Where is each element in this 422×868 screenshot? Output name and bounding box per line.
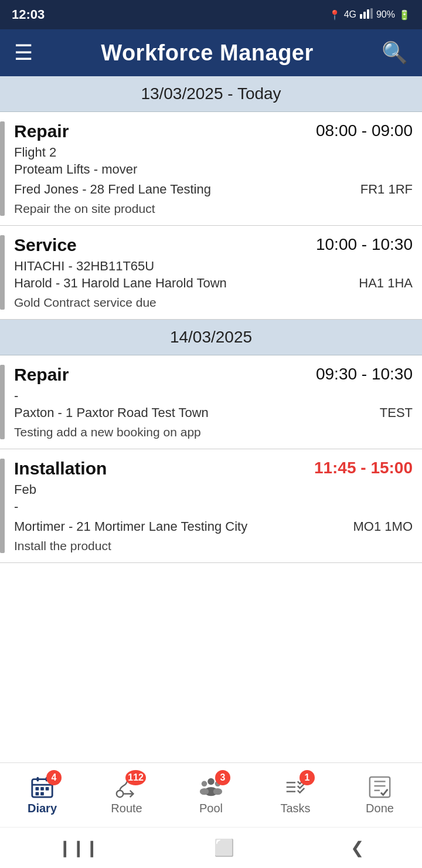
- job-bar: [0, 365, 5, 439]
- job-time: 10:00 - 10:30: [316, 235, 413, 254]
- job-header: Service 10:00 - 10:30: [14, 235, 413, 255]
- svg-rect-3: [370, 8, 373, 19]
- job-type: Repair: [14, 121, 69, 141]
- nav-item-pool[interactable]: 3 Pool: [169, 763, 253, 827]
- job-address: Paxton - 1 Paxtor Road Test Town: [14, 405, 373, 421]
- nav-label-done: Done: [366, 802, 394, 815]
- job-postcode: MO1 1MO: [353, 519, 413, 534]
- job-address: Harold - 31 Harold Lane Harold Town: [14, 276, 352, 291]
- job-card[interactable]: Installation 11:45 - 15:00 Feb - Mortime…: [0, 449, 422, 563]
- svg-rect-12: [40, 792, 44, 796]
- nav-badge-diary: 4: [46, 770, 62, 785]
- nav-badge-route: 112: [125, 770, 146, 785]
- job-postcode: FR1 1RF: [360, 182, 413, 197]
- job-address: Fred Jones - 28 Fred Lane Testing: [14, 182, 353, 197]
- status-time: 12:03: [12, 7, 45, 22]
- battery-label: 90%: [376, 9, 395, 20]
- bottom-nav: 4 Diary 112 Route 3: [0, 762, 422, 827]
- svg-rect-10: [46, 787, 49, 791]
- app-title: Workforce Manager: [101, 40, 314, 66]
- job-time: 08:00 - 09:00: [316, 121, 413, 140]
- status-icons: 📍 4G 90% 🔋: [329, 8, 410, 21]
- signal-bars-icon: [360, 8, 373, 21]
- svg-rect-24: [370, 777, 390, 797]
- location-icon: 📍: [329, 9, 341, 21]
- job-card[interactable]: Repair 09:30 - 10:30 - Paxton - 1 Paxtor…: [0, 355, 422, 449]
- job-postcode: HA1 1HA: [359, 276, 413, 291]
- status-bar: 12:03 📍 4G 90% 🔋: [0, 0, 422, 29]
- job-bar: [0, 121, 5, 216]
- job-content: Service 10:00 - 10:30 HITACHI - 32HB11T6…: [14, 235, 413, 310]
- job-card[interactable]: Service 10:00 - 10:30 HITACHI - 32HB11T6…: [0, 226, 422, 320]
- nav-icon-wrap-tasks: 1: [283, 775, 308, 799]
- job-ref: -: [14, 388, 413, 404]
- nav-label-route: Route: [111, 802, 142, 815]
- job-address: Mortimer - 21 Mortimer Lane Testing City: [14, 519, 346, 534]
- job-time: 09:30 - 10:30: [316, 365, 413, 384]
- signal-label: 4G: [344, 9, 356, 20]
- nav-item-diary[interactable]: 4 Diary: [0, 763, 84, 827]
- nav-badge-tasks: 1: [300, 770, 315, 785]
- svg-point-20: [213, 788, 222, 795]
- job-header: Repair 08:00 - 09:00: [14, 121, 413, 141]
- job-desc: Gold Contract service due: [14, 296, 413, 310]
- svg-rect-9: [40, 787, 44, 791]
- date-header-0: 13/03/2025 - Today: [0, 76, 422, 112]
- main-content: 13/03/2025 - Today Repair 08:00 - 09:00 …: [0, 76, 422, 762]
- svg-point-15: [207, 778, 214, 785]
- job-desc: Install the product: [14, 539, 413, 553]
- job-bar: [0, 459, 5, 553]
- job-type: Repair: [14, 365, 69, 385]
- app-bar: ☰ Workforce Manager 🔍: [0, 29, 422, 76]
- job-content: Repair 09:30 - 10:30 - Paxton - 1 Paxtor…: [14, 365, 413, 439]
- job-time: 11:45 - 15:00: [314, 459, 413, 477]
- svg-point-19: [200, 788, 209, 795]
- nav-label-tasks: Tasks: [280, 802, 310, 815]
- job-address-row: Fred Jones - 28 Fred Lane Testing FR1 1R…: [14, 182, 413, 197]
- svg-rect-1: [363, 12, 366, 19]
- home-button[interactable]: ⬜: [214, 838, 234, 857]
- job-postcode: TEST: [380, 405, 413, 421]
- menu-icon[interactable]: ☰: [14, 40, 33, 65]
- job-content: Repair 08:00 - 09:00 Flight 2 Proteam Li…: [14, 121, 413, 216]
- search-icon[interactable]: 🔍: [382, 40, 408, 65]
- job-header: Repair 09:30 - 10:30: [14, 365, 413, 385]
- job-ref: Flight 2: [14, 145, 413, 160]
- svg-rect-11: [36, 792, 39, 796]
- job-product: -: [14, 499, 413, 514]
- job-card[interactable]: Repair 08:00 - 09:00 Flight 2 Proteam Li…: [0, 112, 422, 226]
- job-desc: Testing add a new booking on app: [14, 425, 413, 439]
- job-header: Installation 11:45 - 15:00: [14, 459, 413, 479]
- nav-item-done[interactable]: Done: [338, 763, 422, 827]
- nav-icon-wrap-route: 112: [114, 775, 139, 799]
- job-address-row: Mortimer - 21 Mortimer Lane Testing City…: [14, 519, 413, 534]
- svg-rect-0: [360, 14, 362, 19]
- job-type: Installation: [14, 459, 107, 479]
- job-address-row: Paxton - 1 Paxtor Road Test Town TEST: [14, 405, 413, 421]
- job-ref: HITACHI - 32HB11T65U: [14, 259, 413, 274]
- job-product: Proteam Lifts - mover: [14, 162, 413, 177]
- svg-rect-2: [367, 9, 369, 19]
- android-nav-bar: ❙❙❙ ⬜ ❮: [0, 827, 422, 868]
- battery-icon: 🔋: [399, 9, 410, 21]
- nav-label-pool: Pool: [199, 802, 223, 815]
- recents-button[interactable]: ❙❙❙: [58, 838, 98, 857]
- job-content: Installation 11:45 - 15:00 Feb - Mortime…: [14, 459, 413, 553]
- nav-badge-pool: 3: [215, 770, 230, 785]
- nav-icon-wrap-diary: 4: [30, 775, 55, 799]
- job-ref: Feb: [14, 482, 413, 497]
- nav-item-route[interactable]: 112 Route: [84, 763, 169, 827]
- back-button[interactable]: ❮: [350, 838, 364, 857]
- job-desc: Repair the on site product: [14, 202, 413, 216]
- job-type: Service: [14, 235, 77, 255]
- svg-point-13: [117, 791, 123, 797]
- svg-rect-5: [36, 777, 39, 782]
- svg-rect-8: [36, 787, 39, 791]
- job-bar: [0, 235, 5, 310]
- job-address-row: Harold - 31 Harold Lane Harold Town HA1 …: [14, 276, 413, 291]
- nav-item-tasks[interactable]: 1 Tasks: [253, 763, 338, 827]
- nav-icon-wrap-pool: 3: [199, 775, 223, 799]
- svg-point-17: [202, 781, 207, 787]
- nav-label-diary: Diary: [28, 802, 57, 815]
- date-header-1: 14/03/2025: [0, 320, 422, 355]
